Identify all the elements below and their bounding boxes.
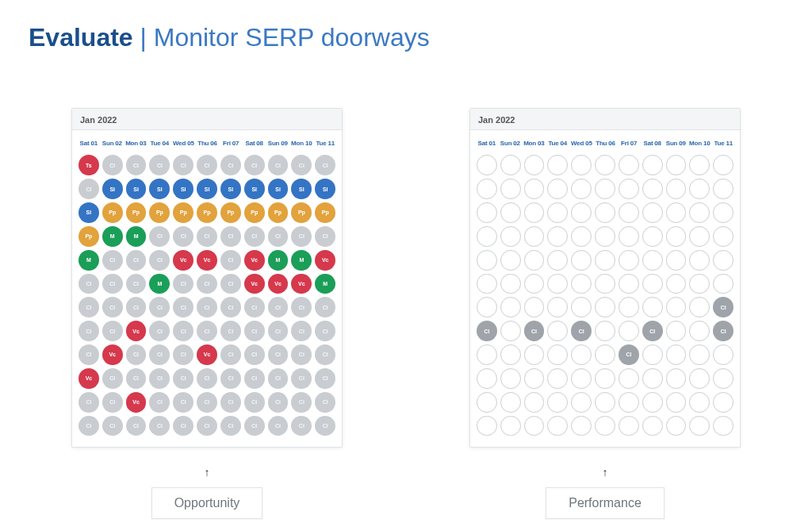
calendar-cell[interactable] (666, 202, 687, 223)
calendar-cell[interactable] (642, 368, 663, 389)
calendar-cell[interactable]: Cl (79, 274, 99, 294)
calendar-cell[interactable]: Cl (291, 321, 312, 341)
calendar-cell[interactable] (571, 392, 592, 413)
calendar-cell[interactable]: Cl (268, 297, 289, 317)
calendar-cell[interactable] (571, 368, 592, 389)
calendar-cell[interactable]: Cl (173, 368, 193, 389)
calendar-cell[interactable] (666, 416, 687, 437)
calendar-cell[interactable] (547, 179, 568, 199)
calendar-cell[interactable] (547, 416, 568, 437)
calendar-cell[interactable]: Cl (220, 392, 241, 413)
calendar-cell[interactable]: Cl (173, 155, 193, 175)
calendar-cell[interactable] (595, 392, 615, 413)
calendar-cell[interactable] (524, 416, 545, 437)
calendar-cell[interactable]: M (79, 250, 99, 271)
calendar-cell[interactable]: Cl (173, 392, 193, 413)
calendar-cell[interactable]: M (291, 250, 312, 271)
calendar-cell[interactable]: Cl (244, 297, 265, 317)
calendar-cell[interactable] (689, 368, 710, 389)
calendar-cell[interactable]: Pp (79, 226, 99, 247)
calendar-cell[interactable] (642, 226, 663, 247)
calendar-cell[interactable] (619, 250, 639, 271)
calendar-cell[interactable]: Cl (102, 416, 123, 437)
calendar-cell[interactable] (713, 416, 733, 437)
calendar-cell[interactable]: Sl (79, 202, 99, 223)
calendar-cell[interactable]: Vc (291, 274, 312, 294)
calendar-cell[interactable]: Cl (713, 297, 733, 317)
calendar-cell[interactable] (500, 250, 521, 271)
calendar-cell[interactable]: Cl (315, 297, 335, 317)
calendar-cell[interactable]: Cl (102, 274, 123, 294)
calendar-cell[interactable] (713, 202, 733, 223)
calendar-cell[interactable]: Cl (477, 321, 497, 341)
calendar-cell[interactable]: Cl (315, 226, 335, 247)
calendar-cell[interactable] (477, 202, 497, 223)
calendar-cell[interactable]: Cl (291, 155, 312, 175)
calendar-cell[interactable] (571, 155, 592, 175)
calendar-cell[interactable]: Cl (149, 416, 170, 437)
calendar-cell[interactable] (713, 155, 733, 175)
calendar-cell[interactable]: Cl (126, 250, 147, 271)
calendar-cell[interactable]: Pp (220, 202, 241, 223)
calendar-cell[interactable] (500, 368, 521, 389)
calendar-cell[interactable]: Cl (315, 321, 335, 341)
calendar-cell[interactable]: Pp (197, 202, 217, 223)
calendar-cell[interactable]: Cl (126, 155, 147, 175)
calendar-cell[interactable]: Sl (244, 179, 265, 199)
calendar-cell[interactable]: Cl (126, 368, 147, 389)
calendar-cell[interactable] (619, 226, 639, 247)
calendar-cell[interactable] (500, 202, 521, 223)
calendar-cell[interactable] (689, 250, 710, 271)
calendar-cell[interactable]: Cl (126, 416, 147, 437)
calendar-cell[interactable]: Cl (79, 297, 99, 317)
calendar-cell[interactable]: Cl (149, 297, 170, 317)
calendar-cell[interactable] (619, 155, 639, 175)
calendar-cell[interactable] (666, 392, 687, 413)
calendar-cell[interactable]: Cl (291, 344, 312, 365)
calendar-cell[interactable]: Cl (220, 274, 241, 294)
calendar-cell[interactable]: Cl (79, 344, 99, 365)
calendar-cell[interactable]: Vc (79, 368, 99, 389)
calendar-cell[interactable] (595, 155, 615, 175)
calendar-cell[interactable]: Pp (102, 202, 123, 223)
calendar-cell[interactable]: Cl (149, 226, 170, 247)
calendar-cell[interactable] (477, 297, 497, 317)
calendar-cell[interactable]: M (149, 274, 170, 294)
calendar-cell[interactable]: Cl (126, 274, 147, 294)
calendar-cell[interactable] (571, 344, 592, 365)
calendar-cell[interactable]: Cl (315, 392, 335, 413)
calendar-cell[interactable] (547, 274, 568, 294)
calendar-cell[interactable]: Cl (268, 155, 289, 175)
calendar-cell[interactable]: Cl (244, 155, 265, 175)
calendar-cell[interactable] (713, 344, 733, 365)
calendar-cell[interactable]: Pp (173, 202, 193, 223)
calendar-cell[interactable]: Cl (79, 321, 99, 341)
calendar-cell[interactable] (477, 179, 497, 199)
calendar-cell[interactable] (500, 321, 521, 341)
calendar-cell[interactable] (642, 297, 663, 317)
calendar-cell[interactable]: Cl (102, 250, 123, 271)
calendar-cell[interactable] (571, 250, 592, 271)
calendar-cell[interactable] (689, 274, 710, 294)
calendar-cell[interactable] (595, 297, 615, 317)
calendar-cell[interactable]: Cl (197, 392, 217, 413)
calendar-cell[interactable] (642, 179, 663, 199)
calendar-cell[interactable]: Cl (173, 344, 193, 365)
calendar-cell[interactable] (642, 416, 663, 437)
calendar-cell[interactable] (477, 274, 497, 294)
calendar-cell[interactable] (477, 416, 497, 437)
calendar-cell[interactable]: Cl (220, 155, 241, 175)
calendar-cell[interactable] (595, 416, 615, 437)
calendar-cell[interactable]: Cl (268, 416, 289, 437)
calendar-cell[interactable]: Cl (291, 226, 312, 247)
calendar-cell[interactable]: Cl (149, 368, 170, 389)
calendar-cell[interactable] (500, 155, 521, 175)
calendar-cell[interactable]: M (126, 226, 147, 247)
calendar-cell[interactable]: Cl (642, 321, 663, 341)
calendar-cell[interactable] (713, 392, 733, 413)
calendar-cell[interactable] (666, 368, 687, 389)
calendar-cell[interactable]: M (268, 250, 289, 271)
calendar-cell[interactable] (689, 416, 710, 437)
calendar-cell[interactable] (477, 250, 497, 271)
calendar-cell[interactable] (689, 226, 710, 247)
